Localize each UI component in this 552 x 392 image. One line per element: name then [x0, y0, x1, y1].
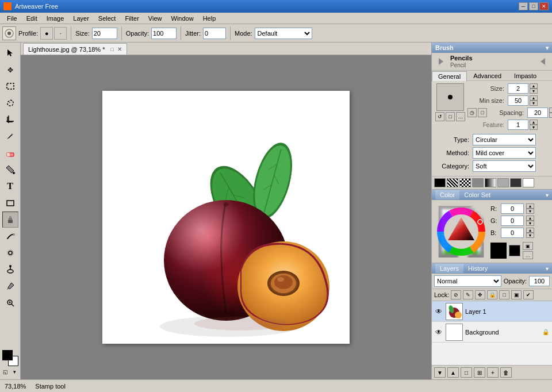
tool-zoom[interactable]: [2, 295, 18, 311]
foreground-color-swatch[interactable]: [490, 243, 507, 259]
b-down-btn[interactable]: ▼: [526, 233, 534, 238]
brush-flip-btn[interactable]: □: [446, 112, 455, 121]
tool-fill[interactable]: [2, 162, 18, 178]
lock-paint-btn[interactable]: ✎: [463, 290, 473, 299]
minimize-button[interactable]: ─: [519, 2, 528, 10]
lock-all-btn[interactable]: 🔒: [487, 290, 497, 299]
method-select[interactable]: Mild cover Hard cover: [473, 147, 536, 159]
tool-paint[interactable]: [2, 128, 18, 144]
size-up-btn[interactable]: ▲: [530, 83, 538, 89]
size-value-input[interactable]: [508, 83, 528, 94]
background-visibility-toggle[interactable]: 👁: [434, 328, 443, 337]
profile-circle-btn[interactable]: ●: [40, 27, 53, 40]
color-wheel[interactable]: [435, 206, 487, 258]
min-size-value-input[interactable]: [508, 95, 528, 106]
g-down-btn[interactable]: ▼: [526, 221, 534, 226]
mode-select[interactable]: Default Multiply Screen: [255, 28, 312, 39]
r-down-btn[interactable]: ▼: [526, 209, 534, 214]
b-input[interactable]: [501, 228, 524, 238]
tool-text[interactable]: T: [2, 178, 18, 194]
tool-stamp[interactable]: [2, 212, 18, 228]
opacity-input[interactable]: [151, 28, 177, 39]
menu-image[interactable]: Image: [42, 14, 69, 23]
layer-row-layer1[interactable]: 👁 Layer 1: [432, 301, 552, 322]
color-tab[interactable]: Color: [435, 190, 459, 199]
category-select[interactable]: Soft Hard: [473, 160, 536, 172]
spacing-check-btn[interactable]: □: [478, 108, 487, 117]
menu-filter[interactable]: Filter: [120, 14, 143, 23]
feature-value-input[interactable]: [508, 120, 528, 130]
maximize-button[interactable]: □: [529, 2, 538, 10]
spacing-value-input[interactable]: [527, 107, 548, 118]
secondary-color-swatch[interactable]: [509, 245, 520, 256]
tool-select-rect[interactable]: [2, 78, 18, 94]
color-picker-btn[interactable]: ▣: [523, 242, 533, 250]
layer1-visibility-toggle[interactable]: 👁: [434, 307, 443, 316]
tab-restore-btn[interactable]: □: [110, 47, 113, 52]
menu-file[interactable]: File: [2, 14, 22, 23]
tool-smudge[interactable]: [2, 228, 18, 244]
brush-panel-toggle[interactable]: ▾: [546, 45, 549, 51]
tool-select-lasso[interactable]: [2, 95, 18, 111]
layer-group-btn[interactable]: ⊞: [474, 367, 485, 378]
layer-move-up-btn[interactable]: ▲: [447, 367, 459, 378]
tool-option-2[interactable]: ▾: [11, 368, 19, 376]
menu-window[interactable]: Window: [167, 14, 198, 23]
layers-panel-toggle[interactable]: ▾: [546, 266, 549, 272]
feature-up-btn[interactable]: ▲: [530, 120, 538, 125]
fg-color-swatch[interactable]: [2, 350, 13, 360]
min-size-up-btn[interactable]: ▲: [530, 95, 538, 101]
layer-opacity-input[interactable]: [529, 276, 550, 286]
b-up-btn[interactable]: ▲: [526, 228, 534, 233]
swatch-gray1[interactable]: [472, 178, 484, 187]
history-tab[interactable]: History: [463, 264, 492, 273]
color-set-tab[interactable]: Color Set: [459, 190, 495, 199]
brush-prev-btn[interactable]: [435, 56, 447, 67]
tool-move[interactable]: ✥: [2, 62, 18, 78]
spacing-up-btn[interactable]: ▲: [549, 107, 552, 113]
layer-row-background[interactable]: 👁 Background 🔒: [432, 322, 552, 343]
spacing-clock-btn[interactable]: ◷: [467, 108, 477, 117]
lock-option5-btn[interactable]: □: [499, 290, 509, 299]
swatch-white[interactable]: [523, 178, 534, 187]
jitter-input[interactable]: [203, 28, 226, 39]
lock-option6-btn[interactable]: ▣: [511, 290, 522, 299]
tool-blur[interactable]: [2, 245, 18, 261]
swatch-dark[interactable]: [510, 178, 522, 187]
menu-help[interactable]: Help: [198, 14, 221, 23]
g-input[interactable]: [501, 216, 524, 226]
r-up-btn[interactable]: ▲: [526, 203, 534, 209]
swatch-gray2[interactable]: [497, 178, 509, 187]
lock-move-btn[interactable]: ✥: [475, 290, 485, 299]
profile-dot-btn[interactable]: ·: [54, 27, 67, 40]
size-input[interactable]: [92, 28, 117, 39]
spacing-down-btn[interactable]: ▼: [549, 113, 552, 118]
layers-tab[interactable]: Layers: [435, 264, 463, 273]
lock-option7-btn[interactable]: ✔: [523, 290, 534, 299]
canvas-tab-lighthouse[interactable]: Lighthouse.jpg @ 73,18% * □ ✕: [23, 43, 127, 55]
brush-next-btn[interactable]: [537, 56, 549, 67]
swatch-solid[interactable]: [434, 178, 446, 187]
close-button[interactable]: ✕: [539, 2, 549, 10]
feature-down-btn[interactable]: ▼: [530, 125, 538, 130]
tool-rect-shape[interactable]: [2, 195, 18, 211]
type-select[interactable]: Circular Flat: [473, 134, 536, 145]
menu-view[interactable]: View: [144, 14, 167, 23]
min-size-down-btn[interactable]: ▼: [530, 101, 538, 106]
tool-eyedropper[interactable]: [2, 278, 18, 294]
menu-select[interactable]: Select: [94, 14, 121, 23]
size-down-btn[interactable]: ▼: [530, 89, 538, 94]
swatch-checks[interactable]: [459, 178, 471, 187]
color-panel-toggle[interactable]: ▾: [546, 192, 549, 198]
tool-crop[interactable]: [2, 112, 18, 128]
brush-rotate-left-btn[interactable]: ↺: [435, 112, 444, 121]
tool-eraser[interactable]: [2, 145, 18, 161]
r-input[interactable]: [501, 203, 524, 214]
layer-add-btn[interactable]: +: [487, 367, 499, 378]
canvas-viewport[interactable]: [21, 55, 431, 379]
brush-tab-advanced[interactable]: Advanced: [467, 71, 508, 80]
layer-delete-btn[interactable]: 🗑: [500, 367, 512, 378]
layer-move-down-btn[interactable]: ▼: [434, 367, 446, 378]
swatch-dots[interactable]: [447, 178, 458, 187]
blend-mode-select[interactable]: Normal Multiply Screen: [434, 275, 501, 287]
